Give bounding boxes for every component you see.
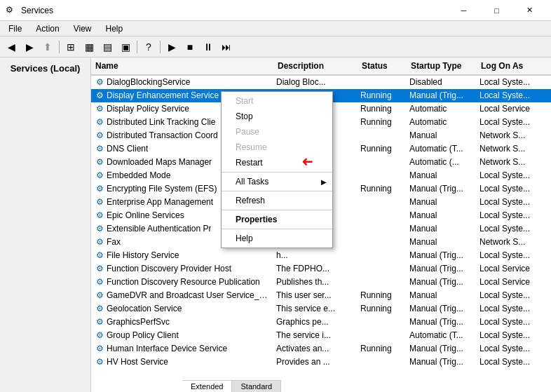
table-row[interactable]: ⚙Group Policy ClientThe service i...Auto… — [91, 329, 551, 342]
service-desc: Activates an... — [273, 344, 358, 353]
table-row[interactable]: ⚙Human Interface Device ServiceActivates… — [91, 342, 551, 356]
service-desc: Provides an ... — [273, 357, 358, 367]
menu-view[interactable]: View — [68, 22, 97, 35]
pause-button[interactable]: ⏸ — [200, 39, 217, 55]
service-status: Running — [358, 304, 407, 313]
service-startup: Disabled — [407, 77, 477, 87]
service-logon: Network S... — [477, 157, 547, 167]
row-name-cell: ⚙Function Discovery Resource Publication — [91, 276, 273, 288]
service-logon: Local Syste... — [477, 250, 547, 260]
context-menu-item[interactable]: Restart — [222, 155, 332, 170]
service-name: File History Service — [107, 250, 179, 260]
table-row[interactable]: ⚙GraphicsPerfSvcGraphics pe...Manual (Tr… — [91, 316, 551, 329]
maximize-button[interactable]: □ — [481, 4, 512, 18]
service-name: DNS Client — [107, 144, 148, 154]
service-desc: Dialog Bloc... — [273, 77, 358, 87]
stop-button[interactable]: ■ — [182, 39, 198, 55]
toolbar-separator-1 — [59, 41, 60, 53]
back-button[interactable]: ◀ — [3, 39, 20, 55]
service-icon: ⚙ — [94, 90, 105, 101]
tab-extended[interactable]: Extended — [182, 381, 232, 392]
context-menu-item[interactable]: All Tasks▶ — [222, 174, 332, 189]
row-name-cell: ⚙Geolocation Service — [91, 303, 273, 314]
service-startup: Manual — [407, 237, 477, 247]
service-icon: ⚙ — [94, 290, 105, 301]
close-button[interactable]: ✕ — [514, 4, 545, 18]
service-logon: Local Syste... — [477, 77, 547, 87]
forward-button[interactable]: ▶ — [21, 39, 38, 55]
minimize-button[interactable]: ─ — [448, 4, 479, 18]
service-logon: Network S... — [477, 144, 547, 154]
row-name-cell: ⚙GraphicsPerfSvc — [91, 316, 273, 327]
service-name: Extensible Authentication Pr — [107, 224, 211, 234]
context-menu-item[interactable]: Help — [222, 231, 332, 246]
help-button[interactable]: ? — [140, 39, 157, 55]
submenu-arrow-icon: ▶ — [321, 178, 327, 186]
table-row[interactable]: ⚙DialogBlockingServiceDialog Bloc...Disa… — [91, 76, 551, 89]
service-logon: Local Syste... — [477, 290, 547, 300]
service-desc: This user ser... — [273, 290, 358, 300]
context-menu-item[interactable]: Stop — [222, 109, 332, 124]
toolbar-btn-4[interactable]: ▣ — [117, 39, 134, 55]
table-row[interactable]: ⚙Function Discovery Resource Publication… — [91, 276, 551, 289]
table-row[interactable]: ⚙Function Discovery Provider HostThe FDP… — [91, 262, 551, 276]
service-logon: Local Syste... — [477, 210, 547, 220]
service-logon: Local Service — [477, 264, 547, 273]
col-header-name[interactable]: Name — [93, 58, 275, 74]
menu-file[interactable]: File — [3, 22, 27, 35]
service-logon: Local Syste... — [477, 344, 547, 353]
service-icon: ⚙ — [94, 196, 105, 208]
service-startup: Automatic — [407, 117, 477, 127]
play-button[interactable]: ▶ — [163, 39, 180, 55]
service-icon: ⚙ — [94, 316, 105, 327]
title-bar: ⚙ Services ─ □ ✕ — [0, 0, 551, 21]
tab-standard[interactable]: Standard — [232, 381, 281, 392]
service-name: GraphicsPerfSvc — [107, 317, 170, 327]
service-desc: This service e... — [273, 304, 358, 313]
window-title: Services — [21, 6, 53, 15]
up-button: ⬆ — [39, 39, 56, 55]
service-name: DialogBlockingService — [107, 77, 190, 87]
service-name: Enterprise App Management — [107, 197, 213, 207]
service-icon: ⚙ — [94, 143, 105, 154]
col-header-logon[interactable]: Log On As — [478, 58, 548, 74]
context-menu: StartStopPauseResumeRestartAll Tasks▶Ref… — [221, 91, 333, 248]
service-logon: Local Syste... — [477, 330, 547, 340]
restart-button[interactable]: ⏭ — [218, 39, 235, 55]
table-row[interactable]: ⚙HV Host ServiceProvides an ...Manual (T… — [91, 356, 551, 369]
context-menu-separator — [222, 229, 332, 229]
service-name: Display Policy Service — [107, 104, 189, 114]
table-row[interactable]: ⚙File History Serviceh...Manual (Trig...… — [91, 249, 551, 262]
service-name: Function Discovery Provider Host — [107, 264, 231, 273]
toolbar-btn-3[interactable]: ▤ — [99, 39, 116, 55]
table-header: Name Description Status Startup Type Log… — [91, 58, 551, 76]
context-menu-separator — [222, 210, 332, 210]
service-desc: h... — [273, 250, 358, 260]
col-header-desc[interactable]: Description — [275, 58, 359, 74]
menu-action[interactable]: Action — [30, 22, 64, 35]
col-header-status[interactable]: Status — [359, 58, 408, 74]
service-icon: ⚙ — [94, 330, 105, 341]
service-startup: Automatic (... — [407, 157, 477, 167]
service-logon: Local Syste... — [477, 184, 547, 194]
context-menu-item[interactable]: Refresh — [222, 193, 332, 208]
toolbar-btn-2[interactable]: ▦ — [81, 39, 97, 55]
service-icon: ⚙ — [94, 210, 105, 221]
service-logon: Local Syste... — [477, 170, 547, 180]
service-icon: ⚙ — [94, 103, 105, 114]
table-row[interactable]: ⚙Geolocation ServiceThis service e...Run… — [91, 302, 551, 316]
menu-help[interactable]: Help — [100, 22, 129, 35]
context-menu-separator — [222, 191, 332, 191]
service-startup: Manual — [407, 130, 477, 140]
showhide-button[interactable]: ⊞ — [62, 39, 79, 55]
row-name-cell: ⚙Group Policy Client — [91, 330, 273, 341]
context-menu-item[interactable]: Properties — [222, 212, 332, 227]
service-startup: Automatic (T... — [407, 144, 477, 154]
left-panel-title: Services (Local) — [11, 63, 81, 74]
col-header-startup[interactable]: Startup Type — [408, 58, 478, 74]
table-row[interactable]: ⚙GameDVR and Broadcast User Service_bdbf… — [91, 289, 551, 302]
service-icon: ⚙ — [94, 303, 105, 314]
service-name: HV Host Service — [107, 357, 168, 367]
service-logon: Local Service — [477, 104, 547, 114]
service-startup: Manual (Trig... — [407, 344, 477, 353]
